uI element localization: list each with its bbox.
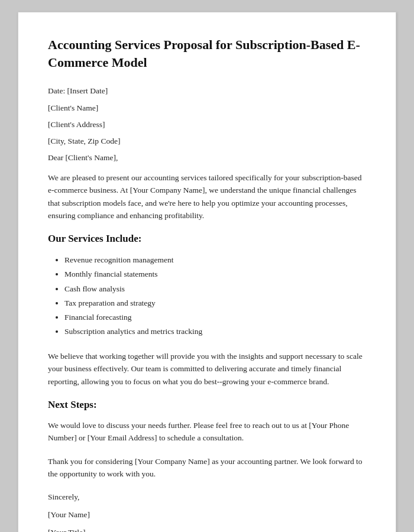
client-address-line: [Client's Address] xyxy=(48,119,366,131)
next-steps-heading: Next Steps: xyxy=(48,399,366,411)
closing-sincerely: Sincerely, xyxy=(48,491,366,503)
date-line: Date: [Insert Date] xyxy=(48,85,366,97)
closing-section: Sincerely, [Your Name] [Your Title] xyxy=(48,491,366,532)
intro-paragraph: We are pleased to present our accounting… xyxy=(48,171,366,222)
list-item: Subscription analytics and metrics track… xyxy=(64,325,366,339)
document-container: Accounting Services Proposal for Subscri… xyxy=(18,12,396,532)
services-list: Revenue recognition management Monthly f… xyxy=(48,253,366,339)
list-item: Financial forecasting xyxy=(64,310,366,325)
closing-title: [Your Title] xyxy=(48,527,366,532)
client-name-line: [Client's Name] xyxy=(48,102,366,114)
list-item: Tax preparation and strategy xyxy=(64,296,366,310)
next-steps-paragraph-1: We would love to discuss your needs furt… xyxy=(48,419,366,445)
services-heading: Our Services Include: xyxy=(48,233,366,245)
document-title: Accounting Services Proposal for Subscri… xyxy=(48,36,366,71)
greeting-line: Dear [Client's Name], xyxy=(48,152,366,164)
list-item: Revenue recognition management xyxy=(64,253,366,267)
list-item: Monthly financial statements xyxy=(64,267,366,281)
closing-name: [Your Name] xyxy=(48,509,366,521)
list-item: Cash flow analysis xyxy=(64,282,366,296)
client-city-line: [City, State, Zip Code] xyxy=(48,135,366,147)
body-paragraph-2: We believe that working together will pr… xyxy=(48,350,366,388)
next-steps-paragraph-2: Thank you for considering [Your Company … xyxy=(48,455,366,481)
